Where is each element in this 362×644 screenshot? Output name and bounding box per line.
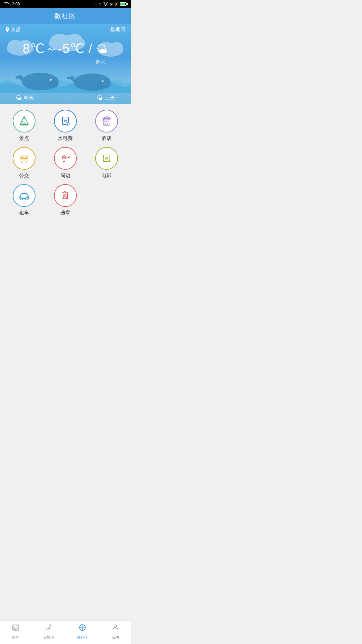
dayafter-label: 后天 [105, 95, 115, 101]
svg-point-13 [51, 80, 52, 81]
location-name: 永昌 [11, 26, 21, 33]
svg-rect-45 [27, 156, 28, 157]
svg-rect-52 [103, 160, 104, 161]
violation-icon-circle [54, 184, 77, 207]
scenic-icon [18, 115, 30, 127]
service-movie[interactable]: 电影 [86, 147, 127, 179]
weather-description: 多云 [5, 59, 125, 65]
rent-label: 租车 [19, 210, 29, 216]
svg-rect-53 [109, 156, 110, 157]
location-left: 永昌 [5, 26, 21, 33]
svg-point-69 [65, 198, 66, 199]
service-rent[interactable]: 租车 [3, 184, 45, 216]
service-hotel[interactable]: HOTEL ★ AE ★ 酒店 [86, 110, 127, 142]
whales-waves-illustration [0, 69, 131, 93]
svg-text:HOTEL: HOTEL [105, 117, 109, 118]
movie-icon-circle [95, 147, 118, 170]
services-grid: 景点 水电费 [0, 104, 131, 221]
content-space [0, 221, 131, 288]
svg-point-48 [69, 156, 70, 158]
svg-rect-62 [20, 196, 21, 197]
dayafter-icon: 🌤 [97, 95, 103, 102]
header-title: 微社区 [54, 12, 76, 19]
day-of-week: 星期四 [110, 26, 125, 33]
hotel-label: 酒店 [102, 135, 112, 142]
temperature-display: 8℃～-5℃ / 🌤 [23, 42, 108, 56]
hotel-icon-circle: HOTEL ★ AE ★ [95, 110, 118, 132]
bus-icon [18, 152, 30, 164]
svg-point-18 [23, 118, 25, 119]
svg-rect-63 [27, 196, 28, 197]
scenic-icon-circle [13, 110, 36, 132]
svg-point-11 [45, 80, 59, 88]
svg-text:★ AE ★: ★ AE ★ [104, 125, 109, 126]
svg-rect-55 [109, 160, 110, 161]
status-time: 下午3:08 [4, 1, 20, 7]
svg-point-47 [63, 157, 65, 158]
app-header: 微社区 [0, 8, 131, 24]
bus-label: 公交 [19, 172, 29, 179]
nearby-label: 周边 [60, 172, 70, 179]
svg-rect-38 [21, 157, 23, 158]
status-icons: ··· ⊙ ⊠ ⚡ [94, 2, 127, 6]
service-scenic[interactable]: 景点 [3, 110, 45, 142]
svg-rect-32 [106, 121, 108, 122]
hotel-icon: HOTEL ★ AE ★ [101, 115, 113, 127]
forecast-dayafter: 🌤 后天 [97, 95, 115, 102]
scenic-label: 景点 [19, 135, 29, 142]
svg-point-68 [63, 198, 64, 199]
svg-rect-39 [25, 157, 27, 158]
svg-rect-70 [64, 192, 66, 193]
violation-icon [59, 190, 71, 202]
svg-rect-54 [109, 158, 110, 159]
bus-icon-circle [13, 147, 36, 170]
svg-rect-43 [21, 161, 27, 162]
svg-rect-29 [106, 119, 108, 120]
utility-label: 水电费 [58, 135, 73, 142]
status-bar: 下午3:08 ··· ⊙ ⊠ ⚡ [0, 0, 131, 8]
weather-temp-row: 8℃～-5℃ / 🌤 多云 [5, 40, 125, 65]
rent-icon-circle [13, 184, 36, 207]
service-nearby[interactable]: 周边 [45, 147, 86, 179]
battery-icon [120, 2, 127, 6]
service-bus[interactable]: 公交 [3, 147, 45, 179]
svg-rect-31 [104, 121, 106, 122]
svg-point-17 [103, 80, 104, 82]
weather-location-row: 永昌 星期四 [5, 24, 125, 34]
svg-point-59 [21, 198, 22, 199]
service-utility[interactable]: 水电费 [45, 110, 86, 142]
svg-rect-50 [103, 156, 104, 157]
violation-label: 违章 [60, 210, 70, 216]
weather-condition-icon: 🌤 [96, 43, 108, 55]
svg-rect-44 [20, 156, 21, 157]
tomorrow-icon: 🌤 [16, 95, 22, 102]
forecast-row: 🌤 明天 🌤 后天 [0, 93, 131, 104]
forecast-divider [65, 95, 65, 102]
svg-point-15 [97, 80, 111, 89]
nearby-icon [59, 152, 71, 164]
utility-icon [59, 115, 71, 127]
rent-icon [18, 190, 30, 202]
svg-rect-28 [104, 119, 106, 120]
nearby-icon-circle [54, 147, 77, 170]
tomorrow-label: 明天 [24, 95, 34, 101]
forecast-tomorrow: 🌤 明天 [16, 95, 34, 102]
svg-rect-51 [103, 158, 104, 159]
svg-rect-30 [108, 119, 109, 120]
svg-point-61 [26, 198, 27, 199]
location-pin-icon [5, 27, 9, 33]
weather-section: 永昌 星期四 8℃～-5℃ / 🌤 多云 [0, 24, 131, 104]
movie-icon [101, 152, 113, 164]
movie-label: 电影 [102, 172, 112, 179]
svg-point-0 [105, 5, 106, 6]
utility-icon-circle [54, 110, 77, 132]
service-violation[interactable]: 违章 [45, 184, 86, 216]
